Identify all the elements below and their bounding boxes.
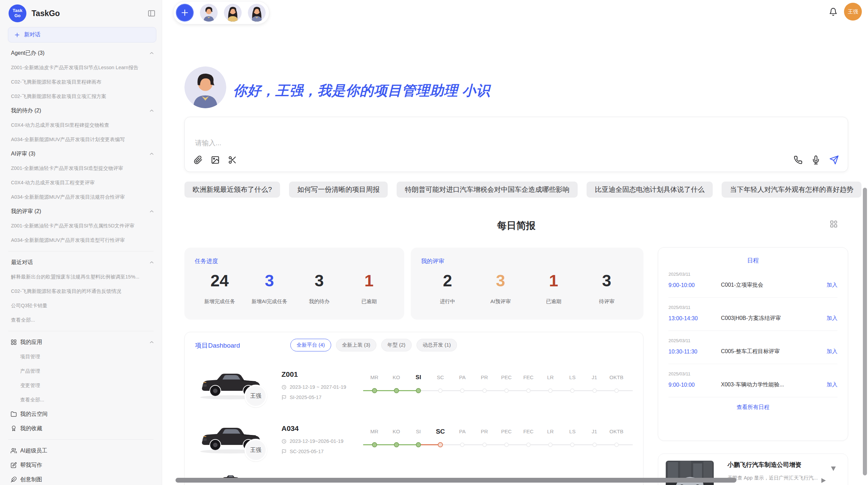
milestone-segment xyxy=(374,444,396,445)
sidebar-item[interactable]: A034-全新新能源MUV产品开发项目法规符合性评审 xyxy=(0,190,162,204)
clock-icon xyxy=(281,439,287,444)
add-conversation-button[interactable] xyxy=(176,4,194,22)
project-dates: 2023-12-19 ~ 2027-01-19 xyxy=(281,384,346,390)
app-shortcut-item[interactable]: 项目管理 xyxy=(0,349,162,364)
stat-card-title: 任务进度 xyxy=(195,257,394,265)
sidebar-item[interactable]: Z001-全新燃油皮卡产品开发项目SI节点Lesson Learn报告 xyxy=(0,60,162,75)
task-progress-card: 任务进度24新增完成任务3新增AI完成任务3我的待办1已逾期 xyxy=(184,248,404,320)
suggestion-chip[interactable]: 特朗普可能对进口汽车增税会对中国车企造成哪些影响 xyxy=(397,182,578,198)
schedule-date: 2025/03/11 xyxy=(668,272,837,277)
milestone-label: PA xyxy=(450,374,474,381)
stat-item: 24新增完成任务 xyxy=(195,271,244,305)
app-shortcut-item[interactable]: 查看全部... xyxy=(0,393,162,407)
recent-conversation-item[interactable]: 公司Q3轻卡销量 xyxy=(0,298,162,313)
project-code: A034 xyxy=(281,424,299,433)
stat-label: 新增AI完成任务 xyxy=(244,298,294,305)
divider xyxy=(8,439,154,440)
dashboard-tab[interactable]: 全新上装 (3) xyxy=(336,339,377,351)
join-meeting-link[interactable]: 加入 xyxy=(827,315,837,322)
new-chat-button[interactable]: 新对话 xyxy=(8,27,156,42)
schedule-time: 13:00-14:30 xyxy=(668,315,721,322)
divider xyxy=(8,251,154,251)
user-avatar[interactable]: 王强 xyxy=(844,3,862,21)
schedule-event-name: C003|H0B-方案冻结评审 xyxy=(721,315,827,322)
suggestion-chip[interactable]: 如何写一份清晰的项目周报 xyxy=(289,182,388,198)
dashboard-tab[interactable]: 年型 (2) xyxy=(381,339,412,351)
milestone-segment xyxy=(484,444,506,445)
image-icon[interactable] xyxy=(211,156,220,164)
news-snippet: 天眼查 App 显示，近日广州汇天飞行汽... xyxy=(727,475,818,481)
chevron-up-icon xyxy=(149,209,154,214)
join-meeting-link[interactable]: 加入 xyxy=(827,282,837,289)
schedule-title: 日程 xyxy=(668,257,837,264)
project-flag-text: SI-2025-05-17 xyxy=(290,395,322,400)
stat-label: 进行中 xyxy=(421,298,474,305)
milestone-dot xyxy=(394,442,399,447)
dashboard-tab[interactable]: 全新平台 (4) xyxy=(290,339,331,351)
conversation-avatar-1[interactable] xyxy=(200,4,218,22)
sidebar-section-header-0[interactable]: Agent已办 (3) xyxy=(0,46,162,60)
stat-value: 24 xyxy=(195,271,244,290)
apps-icon xyxy=(11,339,17,345)
conversation-switcher xyxy=(173,1,269,24)
sidebar-item-folder[interactable]: 我的云空间 xyxy=(0,407,162,421)
sidebar-item[interactable]: A034-全新新能源MUV产品开发项目造型可行性评审 xyxy=(0,233,162,247)
schedule-item: 2025/03/119:00-10:00X003-车辆动力学性能验...加入 xyxy=(668,364,837,397)
sidebar-item[interactable]: Z001-全新燃油轻卡产品开发项目SI造型提交物评审 xyxy=(0,161,162,175)
dashboard-tab[interactable]: 动总开发 (1) xyxy=(417,339,457,351)
message-input[interactable] xyxy=(185,117,848,152)
scroll-right-arrow-icon[interactable] xyxy=(821,478,826,483)
composer xyxy=(184,117,848,172)
join-meeting-link[interactable]: 加入 xyxy=(827,381,837,388)
sidebar-section-header-2[interactable]: AI评审 (3) xyxy=(0,147,162,161)
milestone-label: KO xyxy=(384,374,408,381)
notifications-bell-icon[interactable] xyxy=(829,8,837,16)
app-shortcut-item[interactable]: 产品管理 xyxy=(0,364,162,378)
schedule-time: 9:00-10:00 xyxy=(668,382,721,388)
app-shortcut-item[interactable]: 变更管理 xyxy=(0,378,162,393)
sidebar-tool-label: 创意制图 xyxy=(20,476,154,483)
sidebar-item[interactable]: C02-飞腾新能源轻客改款项目立项汇报方案 xyxy=(0,89,162,103)
layout-grid-icon[interactable] xyxy=(830,220,838,228)
microphone-icon[interactable] xyxy=(811,156,820,164)
phone-call-icon[interactable] xyxy=(794,156,803,164)
sidebar-section-header-1[interactable]: 我的待办 (2) xyxy=(0,103,162,118)
scroll-down-arrow-icon[interactable] xyxy=(831,467,836,471)
sidebar-section-header-3[interactable]: 我的评审 (2) xyxy=(0,204,162,219)
view-all-schedule-link[interactable]: 查看所有日程 xyxy=(668,404,837,411)
view-all-conversations[interactable]: 查看全部... xyxy=(0,313,162,327)
milestone-segment xyxy=(484,390,506,391)
sidebar-item[interactable]: C0X4-动力总成开发项目SI里程碑提交物检查 xyxy=(0,118,162,132)
conversation-avatar-3[interactable] xyxy=(248,4,266,22)
suggestion-chip[interactable]: 欧洲新规最近颁布了什么? xyxy=(184,182,280,198)
sidebar-tool-item[interactable]: 创意制图 xyxy=(0,472,162,485)
sidebar-tool-item[interactable]: 帮我写作 xyxy=(0,458,162,472)
sidebar-tool-item[interactable]: AI超级员工 xyxy=(0,444,162,458)
recent-conversation-item[interactable]: C02-飞腾新能源轻客改款项目的闭环通告反馈情况 xyxy=(0,284,162,298)
suggestion-chip[interactable]: 当下年轻人对汽车外观有怎样的喜好趋势 xyxy=(722,182,861,198)
conversation-avatar-2[interactable] xyxy=(224,4,242,22)
sidebar-item[interactable]: Z001-全新燃油轻卡产品开发项目SI节点属性5D文件评审 xyxy=(0,219,162,233)
scissors-icon[interactable] xyxy=(228,156,237,164)
send-icon[interactable] xyxy=(829,155,839,165)
sidebar-item[interactable]: C0X4-动力总成开发项目工程变更评审 xyxy=(0,175,162,190)
sidebar-item-award[interactable]: 我的收藏 xyxy=(0,421,162,436)
milestone-dot xyxy=(416,388,421,393)
horizontal-scrollbar[interactable] xyxy=(176,478,736,483)
milestone-label: KO xyxy=(384,428,408,435)
stat-label: 待评审 xyxy=(580,298,633,305)
award-icon xyxy=(11,425,17,432)
sidebar-section-recent[interactable]: 最近对话 xyxy=(0,255,162,270)
suggestion-chip[interactable]: 比亚迪全固态电池计划具体说了什么 xyxy=(587,182,713,198)
sidebar-item[interactable]: C02-飞腾新能源轻客改款项目里程碑画布 xyxy=(0,75,162,89)
sidebar-item-my-apps[interactable]: 我的应用 xyxy=(0,335,162,349)
recent-conversation-item[interactable]: 解释最新出台的欧盟报废车法规再生塑料比例被调至15%... xyxy=(0,270,162,284)
join-meeting-link[interactable]: 加入 xyxy=(827,348,837,355)
sidebar-item[interactable]: A034-全新新能源MUV产品开发项目计划变更表编写 xyxy=(0,132,162,147)
attachment-icon[interactable] xyxy=(194,156,203,164)
schedule-row: 10:30-11:30C005-整车工程目标评审加入 xyxy=(668,348,837,355)
schedule-date: 2025/03/11 xyxy=(668,371,837,376)
collapse-sidebar-icon[interactable] xyxy=(147,9,156,17)
milestone-segment xyxy=(616,390,633,391)
vertical-scrollbar[interactable] xyxy=(863,188,867,475)
